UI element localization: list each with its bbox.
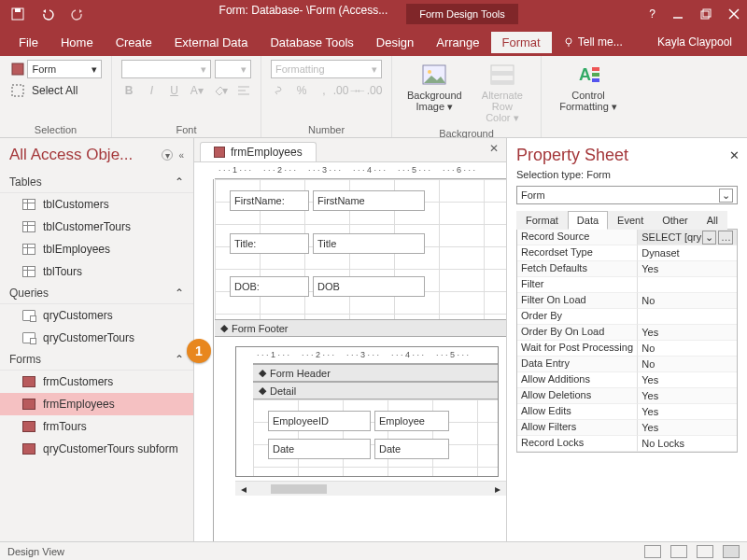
menu-format[interactable]: Format [491,32,552,53]
align-button[interactable] [236,82,251,99]
subform[interactable]: · · · 1 · · ·· · · 2 · · ·· · · 3 · · ··… [235,346,499,477]
field-textbox[interactable]: Title [313,233,425,254]
prop-value[interactable] [638,277,737,293]
menu-create[interactable]: Create [105,32,163,53]
currency-button[interactable] [271,82,288,99]
field-label[interactable]: FirstName: [230,190,309,211]
nav-item[interactable]: frmEmployees [0,393,193,415]
background-image-button[interactable]: Background Image ▾ [402,60,468,115]
nav-item[interactable]: frmTours [0,415,193,438]
font-name[interactable]: ▾ [121,60,211,78]
alternate-row-color-button[interactable]: Alternate Row Color ▾ [473,60,531,126]
menu-home[interactable]: Home [49,32,105,53]
nav-cat-forms[interactable]: Forms⌃ [0,349,193,371]
nav-cat-queries[interactable]: Queries⌃ [0,283,193,304]
chevron-down-icon: ⌄ [719,189,733,203]
field-textbox[interactable]: Date [374,439,449,459]
horizontal-scrollbar[interactable]: ◂▸ [235,481,506,496]
ps-tab-event[interactable]: Event [608,211,653,230]
field-textbox[interactable]: FirstName [313,190,425,211]
nav-item[interactable]: tblEmployees [0,238,193,260]
user-name[interactable]: Kayla Claypool [657,35,740,49]
close-icon[interactable] [728,8,740,20]
design-view-button[interactable] [723,545,740,558]
detail-band[interactable]: ◆ Detail [253,382,498,399]
form-footer-band[interactable]: ◆ Form Footer [215,319,506,337]
chevron-down-icon[interactable]: ▾ [162,149,173,161]
nav-cat-tables[interactable]: Tables⌃ [0,172,193,193]
percent-button[interactable]: % [293,82,310,99]
nav-item[interactable]: tblTours [0,260,193,283]
ps-tab-data[interactable]: Data [568,211,608,230]
field-textbox[interactable]: DOB [313,276,425,297]
object-selector[interactable]: Form▾ [27,60,102,78]
close-tab-icon[interactable]: ✕ [489,142,499,155]
menu-design[interactable]: Design [365,32,425,53]
redo-icon[interactable] [67,4,88,24]
bold-button[interactable]: B [121,82,136,99]
nav-item[interactable]: qryCustomerTours [0,327,193,349]
field-label[interactable]: EmployeeID [268,411,371,431]
object-combo[interactable]: Form⌄ [516,186,738,204]
prop-value[interactable]: Yes [638,404,737,420]
select-all-button[interactable]: Select All [32,84,78,97]
ps-tab-format[interactable]: Format [516,211,568,230]
form-view-button[interactable] [644,545,661,558]
field-label[interactable]: Date [268,439,371,459]
number-format[interactable]: Formatting▾ [271,60,382,78]
ps-tab-all[interactable]: All [698,211,727,230]
underline-button[interactable]: U [166,82,181,99]
undo-icon[interactable] [37,4,58,24]
select-all-icon[interactable] [9,82,26,99]
help-icon[interactable]: ? [649,7,655,21]
prop-value[interactable]: Yes [638,372,737,388]
prop-value[interactable]: SELECT [qry⌄… [638,230,737,245]
menu-arrange[interactable]: Arrange [425,32,490,53]
control-formatting-button[interactable]: A Control Formatting ▾ [551,60,626,115]
minimize-icon[interactable] [672,8,684,20]
decrease-decimal-button[interactable]: ←.00 [360,82,377,99]
save-icon[interactable] [7,4,28,24]
restore-icon[interactable] [700,8,712,20]
nav-item[interactable]: qryCustomers [0,304,193,327]
nav-item[interactable]: tblCustomerTours [0,216,193,238]
prop-value[interactable]: Dynaset [638,245,737,261]
font-color-button[interactable]: A▾ [190,82,204,99]
datasheet-view-button[interactable] [670,545,687,558]
field-textbox[interactable]: Employee [374,411,449,431]
menu-database-tools[interactable]: Database Tools [259,32,364,53]
close-icon[interactable]: ✕ [729,148,740,162]
form-tab[interactable]: frmEmployees [200,142,317,161]
prop-value[interactable]: Yes [638,420,737,436]
nav-item[interactable]: tblCustomers [0,193,193,216]
prop-value[interactable]: Yes [638,325,737,341]
italic-button[interactable]: I [144,82,159,99]
collapse-nav-icon[interactable]: « [178,150,184,161]
tell-me[interactable]: Tell me... [552,32,634,52]
increase-decimal-button[interactable]: .00→ [338,82,355,99]
font-size[interactable]: ▾ [215,60,251,78]
field-label[interactable]: DOB: [230,276,309,297]
prop-value[interactable]: No [638,357,737,372]
layout-view-button[interactable] [697,545,713,558]
prop-value[interactable]: Yes [638,388,737,404]
prop-value[interactable]: No [638,293,737,309]
field-label[interactable]: Title: [230,233,309,254]
prop-value[interactable]: Yes [638,261,737,277]
nav-item[interactable]: frmCustomers [0,371,193,393]
prop-value[interactable] [638,309,737,325]
group-number-label: Number [271,122,382,135]
menu-file[interactable]: File [7,32,49,53]
fill-color-button[interactable]: ▾ [212,82,229,99]
nav-item[interactable]: qryCustomerTours subform [0,438,193,460]
menu-external-data[interactable]: External Data [163,32,260,53]
navpane-title[interactable]: All Access Obje... [9,146,133,164]
object-type-icon[interactable] [9,61,25,77]
prop-name: Allow Edits [517,404,638,420]
ps-tab-other[interactable]: Other [653,211,698,230]
prop-value[interactable]: No [638,341,737,357]
horizontal-ruler: · · · 1 · · ·· · · 2 · · ·· · · 3 · · ··… [215,162,506,179]
form-header-band[interactable]: ◆ Form Header [253,364,498,382]
comma-button[interactable]: , [316,82,332,99]
prop-value[interactable]: No Locks [638,436,737,452]
